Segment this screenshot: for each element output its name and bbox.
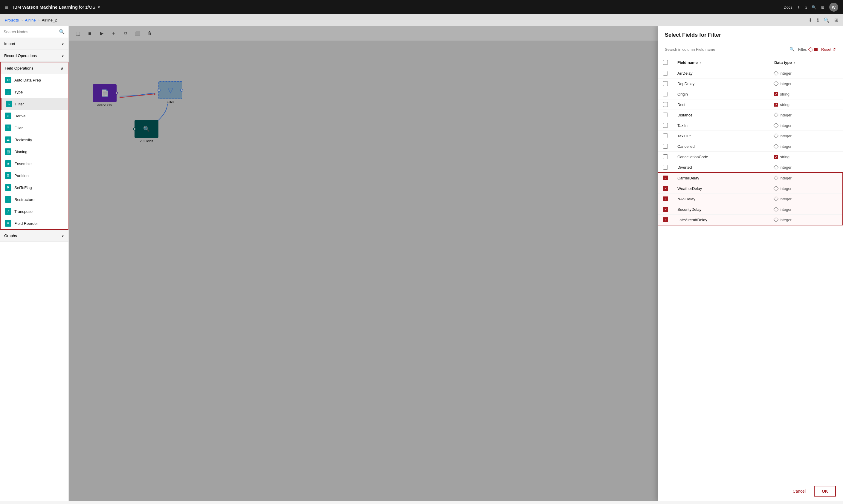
table-header-row: Field name ↑ Data type ↑ xyxy=(658,57,843,68)
checked-checkbox[interactable]: ✓ xyxy=(663,196,668,201)
app-title: IBM Watson Machine Learning for z/OS ▾ xyxy=(13,4,779,10)
header-checkbox-col xyxy=(658,57,673,68)
row-checkbox[interactable] xyxy=(663,165,668,169)
field-name-cell: TaxiIn xyxy=(673,120,770,131)
sidebar-item-ensemble[interactable]: ◈ Ensemble xyxy=(1,158,68,169)
field-name-cell: LateAircraftDelay xyxy=(673,215,770,226)
chevron-up-icon: ∧ xyxy=(61,66,64,70)
sidebar-item-derive[interactable]: ⊕ Derive xyxy=(1,110,68,122)
import-section-header[interactable]: Import ∨ xyxy=(0,38,68,50)
field-name-cell: Origin xyxy=(673,89,770,100)
import-section: Import ∨ xyxy=(0,38,68,50)
download-icon[interactable]: ⬇ xyxy=(797,5,801,10)
breadcrumb-actions: ⬇ ℹ 🔍 ⊞ xyxy=(808,17,838,23)
sidebar-item-set-to-flag[interactable]: ⚑ SetToFlag xyxy=(1,182,68,194)
diamond-type-icon xyxy=(774,217,779,222)
reclassify-icon: ⇄ xyxy=(5,137,11,143)
checked-checkbox[interactable]: ✓ xyxy=(663,207,668,212)
breadcrumb-projects[interactable]: Projects xyxy=(5,18,19,22)
info-icon[interactable]: ℹ xyxy=(805,5,807,10)
breadcrumb: Projects › Airline › Airline_2 ⬇ ℹ 🔍 ⊞ xyxy=(0,14,843,26)
field-name-cell: DepDelay xyxy=(673,78,770,89)
cancel-button[interactable]: Cancel xyxy=(788,486,810,496)
breadcrumb-airline[interactable]: Airline xyxy=(25,18,36,22)
modal-search-row: 🔍 Filter: Reset ↺ xyxy=(658,42,843,57)
field-name-cell: Dest xyxy=(673,100,770,110)
chevron-right-icon: ∨ xyxy=(61,53,64,58)
sidebar-item-reclassify[interactable]: ⇄ Reclassify xyxy=(1,134,68,146)
search-global-icon[interactable]: 🔍 xyxy=(812,5,816,10)
field-ops-section: Field Operations ∧ ⚙ Auto Data Prep ⊞ Ty… xyxy=(0,62,68,230)
row-checkbox[interactable] xyxy=(663,123,668,128)
field-name-cell: CarrierDelay xyxy=(673,173,770,183)
sidebar-item-filter[interactable]: ▽ Filter xyxy=(1,98,68,110)
row-checkbox[interactable] xyxy=(663,71,668,75)
diamond-type-icon xyxy=(774,207,779,212)
row-checkbox[interactable] xyxy=(663,144,668,149)
data-type-cell: integer xyxy=(770,162,843,173)
field-name-cell: Diverted xyxy=(673,162,770,173)
filter-diamond-icon[interactable] xyxy=(808,47,813,52)
reset-button[interactable]: Reset ↺ xyxy=(821,47,836,52)
sidebar: 🔍 Import ∨ Record Operations ∨ Field Ope… xyxy=(0,26,69,501)
diamond-type-icon xyxy=(774,123,779,128)
filter-square-icon[interactable] xyxy=(814,48,818,51)
search-breadcrumb-icon[interactable]: 🔍 xyxy=(824,17,829,23)
diamond-type-icon xyxy=(774,176,779,181)
data-type-cell: integer xyxy=(770,204,843,215)
canvas-area[interactable]: ⬚ ■ ▶ + ⧉ ⬜ 🗑 📄 xyxy=(69,26,843,501)
diamond-type-icon xyxy=(774,112,779,118)
sidebar-item-field-reorder[interactable]: ≡ Field Reorder xyxy=(1,217,68,229)
download-breadcrumb-icon[interactable]: ⬇ xyxy=(808,17,812,23)
row-checkbox[interactable] xyxy=(663,112,668,118)
diamond-type-icon xyxy=(774,144,779,149)
table-row: DepDelayinteger xyxy=(658,78,843,89)
sidebar-search-area: 🔍 xyxy=(0,26,68,38)
docs-link[interactable]: Docs xyxy=(784,5,792,10)
diamond-type-icon xyxy=(774,81,779,86)
checked-checkbox[interactable]: ✓ xyxy=(663,217,668,222)
data-type-cell: integer xyxy=(770,110,843,120)
modal-search-input[interactable] xyxy=(665,47,787,52)
avatar[interactable]: W xyxy=(829,3,838,12)
field-name-cell: SecurityDelay xyxy=(673,204,770,215)
header-field-name[interactable]: Field name ↑ xyxy=(673,57,770,68)
dashboard-breadcrumb-icon[interactable]: ⊞ xyxy=(834,17,838,23)
table-row: ✓WeatherDelayinteger xyxy=(658,183,843,194)
row-checkbox[interactable] xyxy=(663,81,668,86)
chevron-down-icon: ∨ xyxy=(61,41,64,46)
header-data-type[interactable]: Data type ↑ xyxy=(770,57,843,68)
modal-search-icon: 🔍 xyxy=(790,47,795,52)
row-checkbox[interactable] xyxy=(663,155,668,159)
menu-icon[interactable]: ≡ xyxy=(5,4,8,11)
filler-icon: ⊞ xyxy=(5,125,11,131)
ok-button[interactable]: OK xyxy=(814,486,836,497)
graphs-section-header[interactable]: Graphs ∨ xyxy=(0,230,68,241)
sidebar-item-auto-data-prep[interactable]: ⚙ Auto Data Prep xyxy=(1,74,68,86)
set-to-flag-icon: ⚑ xyxy=(5,184,11,191)
row-checkbox[interactable] xyxy=(663,102,668,107)
field-ops-header[interactable]: Field Operations ∧ xyxy=(1,62,68,74)
chevron-down-graphs-icon: ∨ xyxy=(61,233,64,238)
row-checkbox[interactable] xyxy=(663,133,668,138)
sidebar-item-transpose[interactable]: ↗ Transpose xyxy=(1,205,68,217)
string-type-icon: A xyxy=(774,155,778,159)
row-checkbox[interactable] xyxy=(663,92,668,96)
search-nodes-input[interactable] xyxy=(4,30,56,34)
breadcrumb-airline2: Airline_2 xyxy=(42,18,57,22)
checked-checkbox[interactable]: ✓ xyxy=(663,176,668,180)
sidebar-item-partition[interactable]: ⊟ Partition xyxy=(1,169,68,182)
top-nav-actions: Docs ⬇ ℹ 🔍 ⊞ W xyxy=(784,3,838,12)
sidebar-item-binning[interactable]: ▤ Binning xyxy=(1,146,68,158)
select-all-checkbox[interactable] xyxy=(663,60,668,65)
sidebar-item-type[interactable]: ⊞ Type xyxy=(1,86,68,98)
info-breadcrumb-icon[interactable]: ℹ xyxy=(817,17,819,23)
binning-icon: ▤ xyxy=(5,148,11,155)
record-ops-header[interactable]: Record Operations ∨ xyxy=(0,50,68,61)
grid-icon[interactable]: ⊞ xyxy=(821,5,824,10)
sidebar-item-filler[interactable]: ⊞ Filler xyxy=(1,122,68,134)
filter-label: Filter: xyxy=(798,48,818,52)
checked-checkbox[interactable]: ✓ xyxy=(663,186,668,191)
table-row: ✓SecurityDelayinteger xyxy=(658,204,843,215)
sidebar-item-restructure[interactable]: ↕ Restructure xyxy=(1,194,68,205)
